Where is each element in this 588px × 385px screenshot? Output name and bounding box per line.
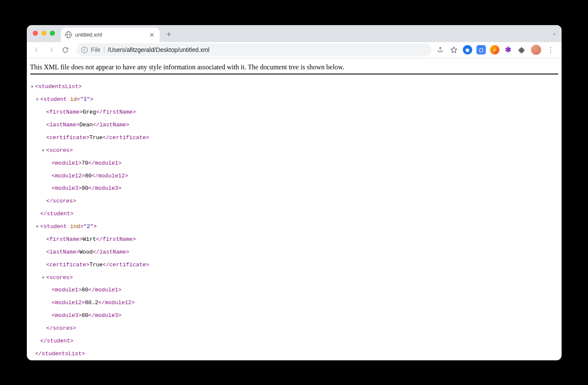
- close-window-button[interactable]: [33, 31, 38, 36]
- share-button[interactable]: [436, 45, 445, 54]
- reload-icon: [62, 46, 69, 54]
- xml-notice: This XML file does not appear to have an…: [30, 63, 558, 74]
- browser-tab[interactable]: untitled.xml ✕: [61, 28, 160, 42]
- extensions-button[interactable]: [517, 45, 527, 54]
- address-bar[interactable]: i File /Users/afitzgerald/Desktop/untitl…: [76, 43, 431, 56]
- share-icon: [437, 46, 444, 53]
- minimize-window-button[interactable]: [41, 31, 46, 36]
- extension-1-icon[interactable]: ◉: [463, 45, 472, 54]
- tabs-dropdown-button[interactable]: ⌄: [552, 30, 556, 36]
- arrow-left-icon: [33, 46, 40, 54]
- toolbar-actions: ◉ ▢ ⚡ ✱ ⋮: [436, 45, 558, 55]
- forward-button[interactable]: [45, 43, 57, 56]
- browser-window: untitled.xml ✕ + ⌄ i File /Users/afitzge…: [27, 25, 562, 360]
- arrow-right-icon: [47, 46, 55, 54]
- site-info-icon[interactable]: i: [81, 47, 88, 53]
- toolbar: i File /Users/afitzgerald/Desktop/untitl…: [27, 42, 562, 58]
- menu-button[interactable]: ⋮: [545, 46, 556, 54]
- extension-4-icon[interactable]: ✱: [504, 45, 513, 54]
- extension-2-icon[interactable]: ▢: [476, 45, 486, 54]
- window-controls: [33, 31, 55, 36]
- extension-3-icon[interactable]: ⚡: [490, 45, 499, 54]
- new-tab-button[interactable]: +: [163, 29, 175, 41]
- back-button[interactable]: [30, 43, 43, 56]
- page-content: This XML file does not appear to have an…: [27, 58, 562, 360]
- puzzle-icon: [518, 46, 525, 54]
- globe-icon: [65, 31, 72, 38]
- profile-avatar[interactable]: [531, 45, 541, 55]
- star-icon: [450, 46, 458, 54]
- url-scheme: File: [91, 46, 101, 53]
- reload-button[interactable]: [59, 43, 72, 56]
- close-tab-button[interactable]: ✕: [149, 31, 155, 38]
- tab-strip: untitled.xml ✕ + ⌄: [27, 25, 562, 42]
- maximize-window-button[interactable]: [50, 31, 55, 36]
- xml-tree: ▼<studentsList> ▼<student id="1"> <first…: [30, 78, 558, 360]
- divider: [104, 46, 104, 53]
- tab-title: untitled.xml: [75, 32, 102, 38]
- url-path: /Users/afitzgerald/Desktop/untitled.xml: [108, 46, 426, 53]
- bookmark-button[interactable]: [449, 45, 459, 54]
